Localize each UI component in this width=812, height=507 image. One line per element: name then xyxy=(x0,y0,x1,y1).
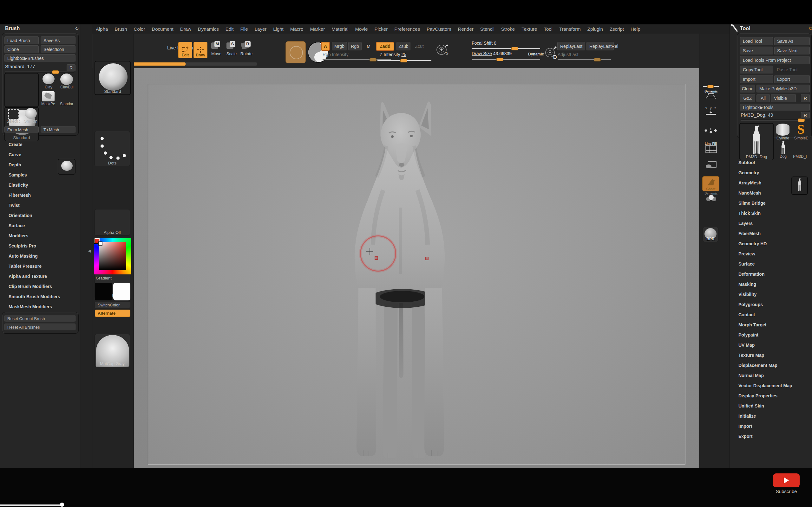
brush-section-item[interactable]: Twist xyxy=(0,200,79,210)
menu-bar-item[interactable]: Picker xyxy=(374,26,388,32)
menu-bar-item[interactable]: Movie xyxy=(355,26,368,32)
current-tool-name[interactable]: PM3D_Dog. 49 xyxy=(741,112,773,118)
menu-bar-item[interactable]: Zplugin xyxy=(588,26,603,32)
brush-section-item[interactable]: Orientation xyxy=(0,210,79,221)
brush-r-button[interactable]: R xyxy=(67,64,75,71)
brush-section-item[interactable]: Modifiers xyxy=(0,231,79,241)
tool-section-item[interactable]: Visibility xyxy=(730,289,811,299)
gradient-label[interactable]: Gradient xyxy=(96,276,112,280)
tool-section-item[interactable]: Layers xyxy=(730,218,811,228)
menu-bar-item[interactable]: Help xyxy=(630,26,641,32)
brush-section-item[interactable]: Elasticity xyxy=(0,180,79,190)
focal-shift-icon[interactable]: S xyxy=(435,43,450,57)
tool-section-item[interactable]: Preview xyxy=(730,249,811,259)
menu-bar-item[interactable]: Brush xyxy=(114,26,127,32)
tool-section-item[interactable]: Import xyxy=(730,421,811,431)
save-as-tool-button[interactable]: Save As xyxy=(774,37,810,45)
tool-section-item[interactable]: Display Properties xyxy=(730,391,811,401)
adjust-last-slider[interactable] xyxy=(558,59,611,60)
color-picker[interactable] xyxy=(94,238,131,274)
bpr-render-button[interactable]: BPR xyxy=(703,227,718,242)
rgb-button[interactable]: Rgb xyxy=(348,42,362,51)
canvas-viewport[interactable] xyxy=(133,68,699,468)
rgb-intensity-knob[interactable] xyxy=(369,58,376,61)
menu-bar-item[interactable]: PavCustom xyxy=(426,26,451,32)
restore-config-icon[interactable]: ↻ xyxy=(809,26,812,32)
save-tool-button[interactable]: Save xyxy=(740,47,773,55)
select-icon-button[interactable]: SelectIcon xyxy=(41,45,75,53)
dynamic-mode-label[interactable]: Dynamic xyxy=(528,52,544,56)
draw-size-slider[interactable] xyxy=(472,59,540,60)
a-toggle-button[interactable]: A xyxy=(321,42,330,51)
export-tool-button[interactable]: Export xyxy=(774,75,810,83)
move-button[interactable]: M Move xyxy=(209,43,223,58)
scale-button[interactable]: S Scale xyxy=(224,43,239,58)
tool-section-item[interactable]: Initialize xyxy=(730,411,811,421)
goz-all-button[interactable]: All xyxy=(757,94,770,102)
left-tray-toggle-icon[interactable]: ◀ xyxy=(88,248,91,253)
brush-section-item[interactable]: Alpha and Texture xyxy=(0,271,79,281)
floor-axes-label[interactable]: x y z xyxy=(702,107,720,110)
menu-bar-item[interactable]: Stroke xyxy=(501,26,515,32)
clone-tool-button[interactable]: Clone xyxy=(740,84,755,93)
mrgb-button[interactable]: Mrgb xyxy=(332,42,347,51)
goz-r-button[interactable]: R xyxy=(801,94,810,102)
menu-bar-item[interactable]: Dynamics xyxy=(198,26,219,32)
brush-section-item[interactable]: Sculptris Pro xyxy=(0,241,79,251)
brush-select-knob[interactable] xyxy=(52,70,59,74)
brush-section-item[interactable]: Smooth Brush Modifiers xyxy=(0,291,79,302)
tool-section-item[interactable]: Unified Skin xyxy=(730,401,811,411)
ghost-button[interactable]: Ghost xyxy=(702,176,719,191)
tool-section-item[interactable]: Morph Target xyxy=(730,320,811,330)
tool-section-item[interactable]: Masking xyxy=(730,279,811,289)
tool-section-item[interactable]: Surface xyxy=(730,259,811,269)
menu-bar-item[interactable]: Color xyxy=(134,26,145,32)
polyframe-icon[interactable] xyxy=(705,146,717,153)
brush-thumb-clay-icon[interactable] xyxy=(43,73,55,84)
menu-bar-item[interactable]: Zscript xyxy=(610,26,624,32)
tray-divider-bar[interactable] xyxy=(133,62,186,66)
brush-section-item[interactable]: Create xyxy=(0,139,79,150)
zcut-button[interactable]: Zcut xyxy=(413,42,426,51)
secondary-color-swatch[interactable] xyxy=(113,283,131,300)
lightbox-tools-button[interactable]: Lightbox▶Tools xyxy=(740,104,810,111)
brush-section-item[interactable]: FiberMesh xyxy=(0,190,79,200)
restore-config-icon[interactable]: ↻ xyxy=(75,26,79,32)
brush-section-item[interactable]: MaskMesh Modifiers xyxy=(0,302,79,312)
brush-section-item[interactable]: Depth xyxy=(0,160,79,170)
edit-button[interactable]: Edit xyxy=(178,42,192,58)
material-thumbnail[interactable]: MatCap Gray xyxy=(95,334,130,367)
brush-select-slider[interactable] xyxy=(5,72,73,72)
tool-section-item[interactable]: Geometry HD xyxy=(730,239,811,249)
tool-section-item[interactable]: UV Map xyxy=(730,340,811,350)
transparency-icon[interactable] xyxy=(705,161,717,169)
tool-select-knob[interactable] xyxy=(798,118,805,122)
alpha-thumbnail[interactable]: Alpha Off xyxy=(95,209,130,236)
main-color-swatch[interactable] xyxy=(95,283,112,300)
clone-brush-button[interactable]: Clone xyxy=(4,45,39,53)
dynamic-draw-size-icon[interactable]: D xyxy=(544,44,558,62)
tool-r-button[interactable]: R xyxy=(801,112,810,119)
menu-bar-item[interactable]: Material xyxy=(332,26,348,32)
current-brush-thumbnail[interactable]: Standard xyxy=(95,61,131,95)
persp-icon[interactable] xyxy=(704,93,717,99)
draw-size-knob[interactable] xyxy=(496,58,503,61)
selected-tool-thumb[interactable]: PM3D_Dog xyxy=(740,123,774,160)
menu-bar-item[interactable]: Macro xyxy=(290,26,304,32)
local-symmetry-icon[interactable] xyxy=(704,128,717,134)
from-mesh-button[interactable]: From Mesh xyxy=(4,126,39,133)
rgb-intensity-label[interactable]: Rgb Intensity xyxy=(322,52,349,57)
tool-section-item[interactable]: NanoMesh xyxy=(730,188,811,198)
brush-thumb-maskpe-icon[interactable] xyxy=(42,91,55,101)
brush-thumb-selectr-icon[interactable] xyxy=(8,109,19,119)
menu-bar-item[interactable]: Alpha xyxy=(96,26,108,32)
brush-thumb-claybui-icon[interactable] xyxy=(60,73,73,85)
tool-section-item[interactable]: ArrayMesh xyxy=(730,178,811,188)
brush-section-item[interactable]: Tablet Pressure xyxy=(0,261,79,271)
draw-size-label[interactable]: Draw Size 43.66839 xyxy=(472,51,512,56)
menu-bar-item[interactable]: File xyxy=(241,26,248,32)
floor-icon[interactable] xyxy=(705,110,716,116)
brush-thumb-smooth-icon[interactable] xyxy=(25,108,37,119)
menu-bar-item[interactable]: Layer xyxy=(255,26,267,32)
tool-section-item[interactable]: Geometry xyxy=(730,168,811,178)
